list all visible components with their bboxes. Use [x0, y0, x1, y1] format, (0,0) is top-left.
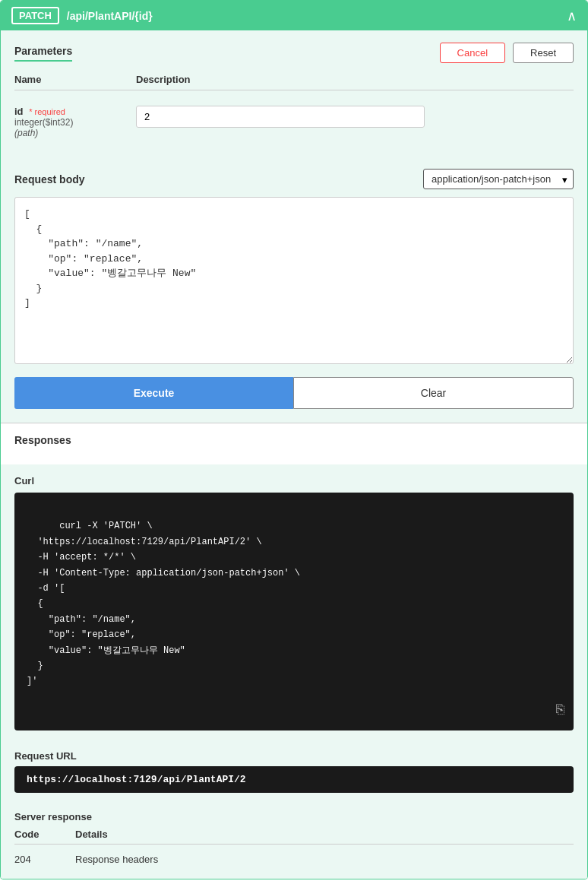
- param-info: id * required integer($int32) (path): [14, 106, 136, 138]
- response-table-header: Code Details: [14, 829, 574, 845]
- responses-section: Responses: [1, 423, 587, 464]
- curl-label: Curl: [14, 475, 574, 486]
- content-type-wrap: application/json-patch+json application/…: [423, 169, 574, 189]
- curl-section: Curl curl -X 'PATCH' \ 'https://localhos…: [1, 464, 587, 741]
- param-id-input[interactable]: [136, 106, 425, 128]
- param-row: id * required integer($int32) (path): [14, 98, 574, 146]
- request-url-box: https://localhost:7129/api/PlantAPI/2: [14, 766, 574, 793]
- api-path: /api/PlantAPI/{id}: [67, 10, 567, 22]
- params-header: Parameters Cancel Reset: [14, 43, 574, 63]
- content-type-select[interactable]: application/json-patch+json application/…: [423, 169, 574, 189]
- response-code: 204: [14, 854, 75, 865]
- curl-code-text: curl -X 'PATCH' \ 'https://localhost:712…: [27, 521, 300, 686]
- col-name-header: Name: [14, 74, 136, 85]
- server-response-section: Server response Code Details 204 Respons…: [1, 802, 587, 879]
- request-url-section: Request URL https://localhost:7129/api/P…: [1, 741, 587, 802]
- server-response-label: Server response: [14, 811, 574, 822]
- response-row: 204 Response headers: [14, 849, 574, 870]
- request-url-label: Request URL: [14, 750, 574, 762]
- copy-icon[interactable]: ⎘: [556, 699, 564, 722]
- request-body-header: Request body application/json-patch+json…: [14, 169, 574, 189]
- param-location: (path): [14, 128, 136, 138]
- param-type: integer($int32): [14, 117, 136, 128]
- param-name: id: [14, 106, 24, 117]
- curl-code-box: curl -X 'PATCH' \ 'https://localhost:712…: [14, 493, 574, 730]
- reset-button[interactable]: Reset: [513, 43, 574, 63]
- params-table-header: Name Description: [14, 74, 574, 90]
- collapse-icon[interactable]: ∧: [567, 8, 577, 24]
- request-body-textarea[interactable]: [ { "path": "/name", "op": "replace", "v…: [14, 197, 574, 364]
- parameters-section: Parameters Cancel Reset Name Description…: [1, 30, 587, 158]
- param-name-wrap: id * required: [14, 106, 136, 117]
- param-input-wrap: [136, 106, 574, 128]
- response-details: Response headers: [75, 854, 574, 865]
- clear-button[interactable]: Clear: [293, 377, 574, 409]
- action-buttons: Execute Clear: [14, 377, 574, 409]
- method-badge: PATCH: [11, 7, 59, 24]
- response-col-details-header: Details: [75, 829, 574, 840]
- api-header: PATCH /api/PlantAPI/{id} ∧: [1, 1, 587, 30]
- response-col-code-header: Code: [14, 829, 75, 840]
- header-buttons: Cancel Reset: [440, 43, 574, 63]
- execute-button[interactable]: Execute: [14, 377, 293, 409]
- request-body-label: Request body: [14, 173, 85, 185]
- cancel-button[interactable]: Cancel: [440, 43, 505, 63]
- responses-title: Responses: [14, 434, 574, 446]
- request-body-section: Request body application/json-patch+json…: [1, 158, 587, 423]
- param-required: * required: [29, 107, 65, 116]
- col-desc-header: Description: [136, 74, 574, 85]
- parameters-title: Parameters: [14, 45, 72, 62]
